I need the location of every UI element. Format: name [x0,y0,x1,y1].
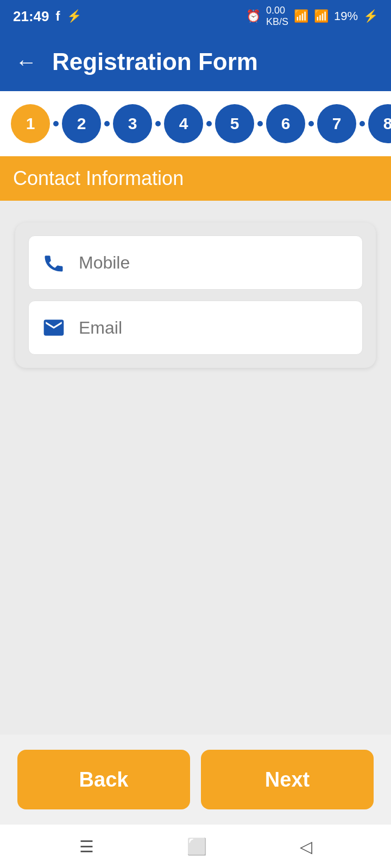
step-dot-1 [53,121,59,126]
step-dot-3 [155,121,161,126]
step-dot-6 [308,121,314,126]
network-speed: 0.00KB/S [266,5,288,28]
step-6[interactable]: 6 [266,104,305,143]
back-button[interactable]: ← [15,50,37,74]
back-button[interactable]: Back [17,750,190,809]
form-area [0,201,391,735]
battery-display: 19% [334,9,358,23]
wifi-icon: 📶 [294,9,308,23]
fb-icon: f [56,9,60,24]
page-title: Registration Form [52,48,258,75]
step-dot-2 [104,121,110,126]
mobile-field-container [28,235,363,290]
app-header: ← Registration Form [0,33,391,91]
phone-icon [40,251,68,275]
signal-icon: 📶 [314,9,329,23]
system-nav-bar: ☰ ⬜ ◁ [0,825,391,868]
step-dot-5 [257,121,263,126]
step-1[interactable]: 1 [11,104,50,143]
step-5[interactable]: 5 [215,104,254,143]
step-dot-7 [360,121,365,126]
email-input[interactable] [79,318,351,338]
step-7[interactable]: 7 [317,104,356,143]
step-4[interactable]: 4 [164,104,203,143]
mobile-input[interactable] [79,253,351,273]
step-3[interactable]: 3 [113,104,152,143]
status-right: ⏰ 0.00KB/S 📶 📶 19% ⚡ [246,5,378,28]
time-display: 21:49 [13,8,49,25]
form-card [15,222,376,368]
next-button[interactable]: Next [201,750,374,809]
back-nav-icon[interactable]: ◁ [300,837,312,856]
step-8[interactable]: 8 [368,104,391,143]
alarm-icon: ⏰ [246,9,261,23]
charging-icon: ⚡ [363,9,378,23]
home-icon[interactable]: ⬜ [187,837,207,856]
menu-icon[interactable]: ☰ [79,837,94,856]
step-2[interactable]: 2 [62,104,101,143]
status-left: 21:49 f ⚡ [13,8,81,25]
email-field-container [28,301,363,355]
usb-icon: ⚡ [67,9,81,23]
step-dot-4 [206,121,212,126]
email-icon [40,316,68,340]
section-header: Contact Information [0,156,391,201]
status-bar: 21:49 f ⚡ ⏰ 0.00KB/S 📶 📶 19% ⚡ [0,0,391,33]
step-indicator: 1 2 3 4 5 6 7 8 [0,91,391,156]
bottom-buttons: Back Next [0,735,391,825]
